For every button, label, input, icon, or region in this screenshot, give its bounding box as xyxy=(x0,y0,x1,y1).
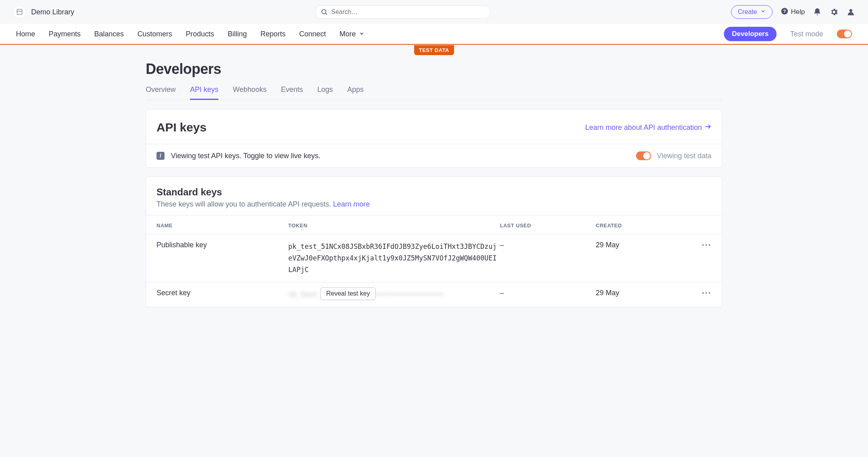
row-actions-menu[interactable]: ··· xyxy=(696,289,711,298)
nav-billing[interactable]: Billing xyxy=(228,30,247,38)
nav-payments[interactable]: Payments xyxy=(49,30,81,38)
topbar: Demo Library Create ? Help xyxy=(0,0,868,24)
panel-title: API keys xyxy=(157,121,206,134)
col-last-used: LAST USED xyxy=(500,223,596,228)
nav-connect[interactable]: Connect xyxy=(299,30,326,38)
section-head: Standard keys These keys will allow you … xyxy=(146,177,722,215)
section-title: Standard keys xyxy=(157,187,711,198)
nav-reports[interactable]: Reports xyxy=(260,30,285,38)
info-text: Viewing test API keys. Toggle to view li… xyxy=(171,152,321,160)
topbar-right: Create ? Help xyxy=(731,5,855,19)
nav-home[interactable]: Home xyxy=(16,30,35,38)
col-name: NAME xyxy=(157,223,288,228)
store-icon xyxy=(13,5,26,19)
svg-point-4 xyxy=(849,9,852,12)
nav-customers[interactable]: Customers xyxy=(137,30,172,38)
key-name: Secret key xyxy=(157,289,288,297)
navbar: Home Payments Balances Customers Product… xyxy=(0,24,868,45)
test-mode-toggle[interactable] xyxy=(837,30,852,38)
arrow-right-icon xyxy=(704,123,711,132)
tab-webhooks[interactable]: Webhooks xyxy=(233,85,267,100)
svg-text:?: ? xyxy=(783,8,786,14)
tab-apps[interactable]: Apps xyxy=(347,85,364,100)
view-live-toggle[interactable] xyxy=(636,151,651,160)
page-title: Developers xyxy=(146,61,722,77)
create-button[interactable]: Create xyxy=(731,5,773,19)
key-created: 29 May xyxy=(596,289,696,297)
search-input[interactable] xyxy=(315,5,491,19)
section-sub-text: These keys will allow you to authenticat… xyxy=(157,200,333,208)
help-icon: ? xyxy=(781,7,789,17)
section-sub: These keys will allow you to authenticat… xyxy=(157,200,711,209)
info-row: i Viewing test API keys. Toggle to view … xyxy=(146,144,722,167)
tab-overview[interactable]: Overview xyxy=(146,85,176,100)
panel-head: API keys Learn more about API authentica… xyxy=(146,109,722,144)
info-icon: i xyxy=(157,152,164,160)
profile-icon[interactable] xyxy=(846,8,855,16)
settings-icon[interactable] xyxy=(830,8,838,16)
key-last-used: – xyxy=(500,289,596,297)
create-button-label: Create xyxy=(738,8,757,16)
table-row: Publishable key pk_test_51NCx08JSBxbR36I… xyxy=(146,234,722,282)
key-last-used: – xyxy=(500,241,596,249)
key-name: Publishable key xyxy=(157,241,288,249)
tab-logs[interactable]: Logs xyxy=(317,85,333,100)
test-data-tag: TEST DATA xyxy=(414,45,454,55)
table-header: NAME TOKEN LAST USED CREATED xyxy=(146,215,722,234)
api-keys-panel: API keys Learn more about API authentica… xyxy=(146,109,722,168)
key-token-hidden: sk_test_•••••••••••••••••••••••••••••• R… xyxy=(288,289,500,300)
tab-events[interactable]: Events xyxy=(281,85,303,100)
chevron-down-icon xyxy=(760,8,766,16)
org-name: Demo Library xyxy=(31,8,74,16)
learn-auth-link[interactable]: Learn more about API authentication xyxy=(585,123,711,132)
col-token: TOKEN xyxy=(288,223,500,228)
viewing-test-label: Viewing test data xyxy=(657,152,711,160)
nav-developers[interactable]: Developers xyxy=(724,27,777,41)
tab-api-keys[interactable]: API keys xyxy=(190,85,218,100)
svg-line-1 xyxy=(325,13,327,14)
row-actions-menu[interactable]: ··· xyxy=(696,241,711,250)
col-created: CREATED xyxy=(596,223,696,228)
org-switcher[interactable]: Demo Library xyxy=(13,5,74,19)
page: Developers Overview API keys Webhooks Ev… xyxy=(139,45,729,323)
svg-point-0 xyxy=(322,10,326,14)
search-wrap xyxy=(315,5,491,19)
learn-more-link[interactable]: Learn more xyxy=(333,200,370,208)
learn-link-label: Learn more about API authentication xyxy=(585,123,702,132)
standard-keys-panel: Standard keys These keys will allow you … xyxy=(146,177,722,307)
notifications-icon[interactable] xyxy=(813,8,822,16)
info-right: Viewing test data xyxy=(636,151,711,160)
chevron-down-icon xyxy=(359,30,365,38)
test-mode-label: Test mode xyxy=(790,30,823,38)
nav-more-label: More xyxy=(339,30,356,38)
key-created: 29 May xyxy=(596,241,696,249)
nav-products[interactable]: Products xyxy=(186,30,214,38)
info-left: i Viewing test API keys. Toggle to view … xyxy=(157,152,321,160)
help-link[interactable]: ? Help xyxy=(781,7,805,17)
nav-more[interactable]: More xyxy=(339,30,365,38)
table-row: Secret key sk_test_•••••••••••••••••••••… xyxy=(146,282,722,307)
reveal-test-key-button[interactable]: Reveal test key xyxy=(320,287,376,300)
key-token[interactable]: pk_test_51NCx08JSBxbR36IFdOJB93Zye6LoiTH… xyxy=(288,241,500,276)
help-label: Help xyxy=(791,8,805,16)
search-icon xyxy=(321,8,328,17)
nav-balances[interactable]: Balances xyxy=(94,30,124,38)
subtabs: Overview API keys Webhooks Events Logs A… xyxy=(146,85,722,100)
